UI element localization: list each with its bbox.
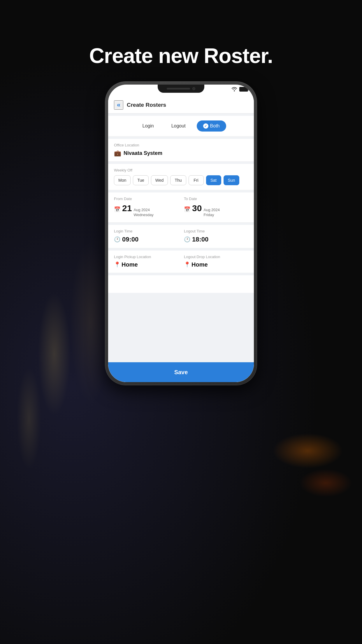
from-date-month: Aug 2024 Wednesday	[133, 208, 153, 218]
logout-type-button[interactable]: Logout	[165, 120, 192, 132]
day-thu[interactable]: Thu	[170, 175, 186, 185]
day-tue[interactable]: Tue	[133, 175, 149, 185]
weekly-off-section: Weekly Off Mon Tue Wed Thu Fri Sat Sun	[108, 164, 254, 190]
pin-icon-drop: 📍	[184, 261, 190, 268]
time-section: Login Time 🕐 09:00 Logout Time 🕐 18:00	[108, 225, 254, 248]
phone-inner: « Create Rosters Login Logout Both Offic…	[108, 85, 254, 382]
weekly-off-label: Weekly Off	[114, 168, 248, 172]
login-time-display: 09:00	[122, 236, 138, 243]
briefcase-icon: 💼	[114, 150, 121, 157]
back-button[interactable]: «	[114, 100, 123, 110]
office-value[interactable]: 💼 Nivaata System	[114, 150, 248, 157]
app-content: « Create Rosters Login Logout Both Offic…	[108, 96, 254, 382]
notch-pill	[167, 88, 190, 90]
battery-icon	[239, 87, 248, 92]
to-month-year: Aug 2024	[203, 208, 220, 213]
office-label: Office Location	[114, 143, 248, 147]
login-type-button[interactable]: Login	[136, 120, 160, 132]
phone-mockup: « Create Rosters Login Logout Both Offic…	[105, 82, 257, 385]
from-day-name: Wednesday	[133, 213, 153, 218]
drop-location: Home	[191, 261, 208, 268]
login-time-value: 🕐 09:00	[114, 236, 178, 243]
notch-camera	[192, 87, 195, 90]
date-section: From Date 📅 21 Aug 2024 Wednesday To Dat…	[108, 192, 254, 223]
pickup-value: 📍 Home	[114, 261, 178, 268]
day-mon[interactable]: Mon	[114, 175, 131, 185]
from-date-day: 21	[122, 203, 132, 213]
login-time-label: Login Time	[114, 229, 178, 233]
calendar-icon-from: 📅	[114, 206, 120, 213]
pin-icon-pickup: 📍	[114, 261, 120, 268]
day-sat[interactable]: Sat	[206, 175, 221, 185]
logout-time-label: Logout Time	[184, 229, 248, 233]
to-date-value: 📅 30 Aug 2024 Friday	[184, 203, 248, 218]
to-day-name: Friday	[203, 213, 220, 218]
drop-label: Logout Drop Location	[184, 255, 248, 259]
phone-outer: « Create Rosters Login Logout Both Offic…	[105, 82, 257, 385]
status-bar	[231, 87, 248, 92]
from-date-label: From Date	[114, 197, 178, 201]
login-time-group[interactable]: Login Time 🕐 09:00	[114, 229, 178, 243]
both-label: Both	[210, 123, 220, 129]
to-date-group[interactable]: To Date 📅 30 Aug 2024 Friday	[184, 197, 248, 218]
calendar-icon-to: 📅	[184, 206, 190, 213]
empty-space	[108, 275, 254, 293]
office-location-section: Office Location 💼 Nivaata System	[108, 139, 254, 162]
from-date-value: 📅 21 Aug 2024 Wednesday	[114, 203, 178, 218]
day-fri[interactable]: Fri	[189, 175, 204, 185]
clock-icon-login: 🕐	[114, 236, 120, 243]
logout-time-display: 18:00	[192, 236, 208, 243]
to-date-day: 30	[192, 203, 202, 213]
office-name: Nivaata System	[124, 150, 162, 156]
location-section: Login Pickup Location 📍 Home Logout Drop…	[108, 251, 254, 273]
drop-location-group[interactable]: Logout Drop Location 📍 Home	[184, 255, 248, 268]
to-date-label: To Date	[184, 197, 248, 201]
clock-icon-logout: 🕐	[184, 236, 190, 243]
header-title: Create Rosters	[127, 102, 166, 108]
logout-time-value: 🕐 18:00	[184, 236, 248, 243]
from-month-year: Aug 2024	[133, 208, 153, 213]
day-sun[interactable]: Sun	[224, 175, 240, 185]
pickup-location-group[interactable]: Login Pickup Location 📍 Home	[114, 255, 178, 268]
both-type-button[interactable]: Both	[197, 120, 226, 132]
roster-type-selector: Login Logout Both	[108, 116, 254, 136]
save-button[interactable]: Save	[108, 362, 254, 382]
from-date-group[interactable]: From Date 📅 21 Aug 2024 Wednesday	[114, 197, 178, 218]
to-date-month: Aug 2024 Friday	[203, 208, 220, 218]
day-buttons-row: Mon Tue Wed Thu Fri Sat Sun	[114, 175, 248, 185]
day-wed[interactable]: Wed	[151, 175, 168, 185]
notch	[158, 85, 204, 93]
app-header: « Create Rosters	[108, 96, 254, 113]
wifi-icon	[231, 87, 238, 92]
back-chevron-icon: «	[117, 101, 120, 109]
pickup-label: Login Pickup Location	[114, 255, 178, 259]
check-icon	[203, 123, 208, 129]
pickup-location: Home	[122, 261, 138, 268]
page-title: Create new Roster.	[0, 44, 362, 68]
logout-time-group[interactable]: Logout Time 🕐 18:00	[184, 229, 248, 243]
drop-value: 📍 Home	[184, 261, 248, 268]
